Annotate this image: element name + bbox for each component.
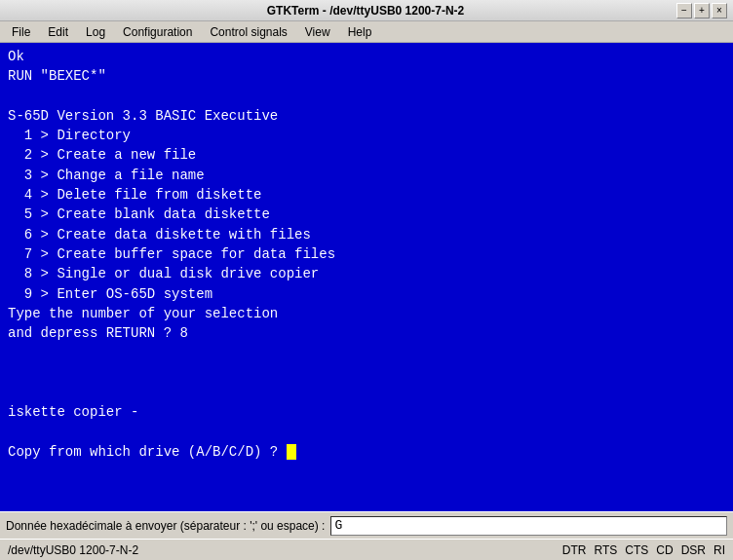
window-controls: − + ×	[676, 3, 727, 19]
terminal-line: 7 > Create buffer space for data files	[8, 246, 335, 262]
terminal-output: Ok RUN "BEXEC*" S-65D Version 3.3 BASIC …	[0, 43, 733, 511]
titlebar: GTKTerm - /dev/ttyUSB0 1200-7-N-2 − + ×	[0, 0, 733, 21]
menu-item-log[interactable]: Log	[78, 23, 113, 41]
menu-item-view[interactable]: View	[297, 23, 338, 41]
maximize-button[interactable]: +	[694, 3, 710, 19]
signal-cts: CTS	[625, 543, 648, 557]
menu-item-control-signals[interactable]: Control signals	[202, 23, 294, 41]
signal-indicators: DTRRTSCTSCDDSRRI	[562, 543, 725, 557]
close-button[interactable]: ×	[712, 3, 727, 19]
port-label: /dev/ttyUSB0 1200-7-N-2	[8, 543, 138, 557]
statusbar: /dev/ttyUSB0 1200-7-N-2 DTRRTSCTSCDDSRRI	[0, 539, 733, 560]
terminal-line: 4 > Delete file from diskette	[8, 187, 261, 203]
signal-dsr: DSR	[681, 543, 706, 557]
inputbar: Donnée hexadécimale à envoyer (séparateu…	[0, 511, 733, 539]
terminal-line: Ok	[8, 49, 24, 64]
terminal-line: 8 > Single or dual disk drive copier	[8, 266, 319, 281]
terminal-line: Copy from which drive (A/B/C/D) ?	[8, 444, 287, 460]
terminal-line: 2 > Create a new file	[8, 147, 196, 163]
menu-item-configuration[interactable]: Configuration	[115, 23, 200, 41]
menu-item-file[interactable]: File	[4, 23, 38, 41]
signal-dtr: DTR	[562, 543, 587, 557]
menu-item-edit[interactable]: Edit	[40, 23, 76, 41]
terminal-line: S-65D Version 3.3 BASIC Executive	[8, 108, 278, 124]
hex-input[interactable]	[330, 516, 727, 536]
terminal-cursor	[287, 444, 296, 460]
terminal-line: 3 > Change a file name	[8, 168, 205, 183]
signal-cd: CD	[656, 543, 673, 557]
terminal-line: 1 > Directory	[8, 128, 131, 143]
terminal-line: RUN "BEXEC*"	[8, 68, 106, 84]
menu-item-help[interactable]: Help	[340, 23, 380, 41]
terminal-line: 5 > Create blank data diskette	[8, 206, 270, 222]
menubar: FileEditLogConfigurationControl signalsV…	[0, 21, 733, 43]
terminal-line: Type the number of your selection	[8, 306, 278, 321]
terminal-line: iskette copier -	[8, 404, 138, 420]
minimize-button[interactable]: −	[676, 3, 692, 19]
terminal-line: 9 > Enter OS-65D system	[8, 286, 212, 302]
signal-ri: RI	[714, 543, 725, 557]
window-title: GTKTerm - /dev/ttyUSB0 1200-7-N-2	[55, 4, 676, 18]
inputbar-label: Donnée hexadécimale à envoyer (séparateu…	[6, 519, 325, 533]
terminal-line: and depress RETURN ? 8	[8, 325, 188, 341]
terminal-line: 6 > Create data diskette with files	[8, 227, 311, 243]
signal-rts: RTS	[595, 543, 618, 557]
